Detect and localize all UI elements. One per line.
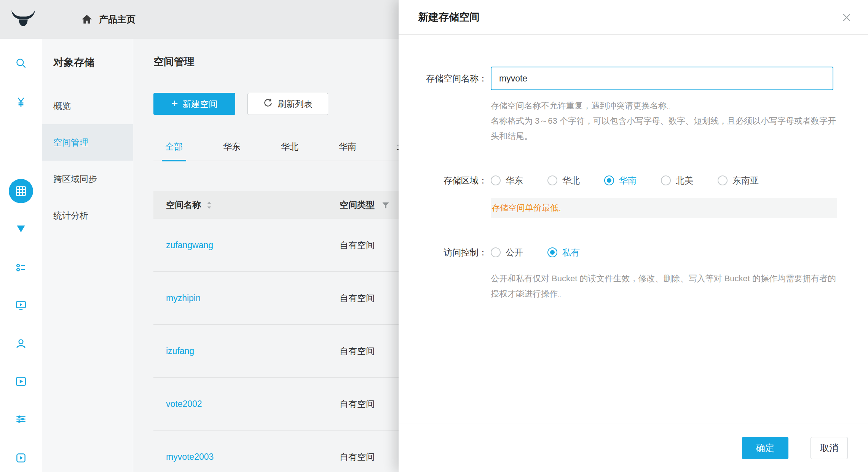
radio-icon	[491, 247, 501, 257]
access-radio-group: 公开 私有	[491, 243, 580, 262]
radio-region-huanan[interactable]: 华南	[604, 175, 637, 187]
space-name-link[interactable]: vote2002	[166, 399, 340, 409]
radio-region-huadong[interactable]: 华东	[491, 175, 523, 187]
modal-title: 新建存储空间	[418, 10, 480, 24]
space-name-link[interactable]: izufang	[166, 346, 340, 356]
tab-huadong[interactable]: 华东	[223, 133, 241, 161]
cancel-button[interactable]: 取消	[811, 437, 848, 459]
active-service-bubble	[9, 179, 33, 203]
sidebar-item-cross-region-sync[interactable]: 跨区域同步	[42, 161, 133, 197]
radio-icon	[661, 175, 671, 185]
space-name-link[interactable]: myvote2003	[166, 452, 340, 462]
close-icon[interactable]	[839, 10, 854, 25]
bucket-name-input[interactable]	[491, 67, 833, 90]
sidebar-item-space-management[interactable]: 空间管理	[42, 124, 133, 161]
finance-icon[interactable]	[0, 88, 42, 116]
sort-icon[interactable]	[206, 201, 212, 210]
video-icon[interactable]	[0, 367, 42, 395]
col-space-type: 空间类型	[340, 199, 375, 211]
service-icon-rail	[0, 39, 42, 472]
new-space-button[interactable]: + 新建空间	[153, 93, 235, 115]
filter-icon[interactable]	[381, 201, 390, 209]
space-name-link[interactable]: zufangwang	[166, 240, 340, 250]
sidebar-title: 对象存储	[42, 39, 133, 79]
tab-huanan[interactable]: 华南	[339, 133, 356, 161]
sliders-icon[interactable]	[0, 405, 42, 433]
bucket-name-label: 存储空间名称：	[399, 67, 487, 90]
modal-footer: 确定 取消	[399, 424, 868, 472]
region-radio-group: 华东 华北 华南 北美 东南亚	[491, 171, 759, 190]
compass-icon[interactable]	[0, 49, 42, 78]
sidebar-item-overview[interactable]: 概览	[42, 88, 133, 124]
sidebar-object-storage: 对象存储 概览 空间管理 跨区域同步 统计分析	[42, 39, 133, 472]
player-icon[interactable]	[0, 444, 42, 472]
radio-region-beimei[interactable]: 北美	[661, 175, 693, 187]
modal-header: 新建存储空间	[399, 0, 868, 35]
access-label: 访问控制：	[399, 243, 487, 262]
new-bucket-modal: 新建存储空间 存储空间名称： 存储空间名称不允许重复，遇到冲突请更换名称。 名称…	[399, 0, 868, 472]
bucket-name-help: 存储空间名称不允许重复，遇到冲突请更换名称。 名称格式为 3～63 个字符，可以…	[491, 98, 843, 144]
home-icon	[81, 13, 93, 26]
radio-region-dongnanya[interactable]: 东南亚	[718, 175, 759, 187]
qiniu-bull-logo-icon[interactable]	[10, 10, 37, 29]
radio-icon	[718, 175, 728, 185]
radio-icon	[547, 175, 557, 185]
cdn-icon[interactable]	[0, 215, 42, 243]
resource-list-icon[interactable]	[0, 254, 42, 282]
radio-icon	[491, 175, 501, 185]
page-title: 空间管理	[153, 55, 195, 69]
tab-huabei[interactable]: 华北	[281, 133, 298, 161]
home-link[interactable]: 产品主页	[81, 13, 136, 26]
refresh-icon	[263, 98, 273, 110]
avatar-icon[interactable]	[0, 329, 42, 357]
object-storage-icon[interactable]	[0, 177, 42, 205]
radio-access-private[interactable]: 私有	[547, 247, 580, 258]
home-label: 产品主页	[99, 13, 136, 26]
region-label: 存储区域：	[399, 171, 487, 190]
confirm-button[interactable]: 确定	[742, 437, 788, 459]
col-space-name: 空间名称	[166, 199, 201, 211]
region-price-note: 存储空间单价最低。	[491, 198, 837, 218]
sidebar-item-statistics[interactable]: 统计分析	[42, 197, 133, 234]
space-name-link[interactable]: myzhipin	[166, 293, 340, 303]
rail-divider	[13, 165, 29, 165]
radio-region-huabei[interactable]: 华北	[547, 175, 580, 187]
tab-all[interactable]: 全部	[165, 133, 183, 161]
radio-selected-icon	[604, 175, 614, 185]
media-screen-icon[interactable]	[0, 291, 42, 319]
access-help: 公开和私有仅对 Bucket 的读文件生效，修改、删除、写入等对 Bucket …	[491, 271, 843, 301]
plus-icon: +	[171, 98, 178, 109]
refresh-list-button[interactable]: 刷新列表	[247, 93, 328, 115]
radio-access-public[interactable]: 公开	[491, 247, 523, 258]
radio-selected-icon	[547, 247, 557, 257]
